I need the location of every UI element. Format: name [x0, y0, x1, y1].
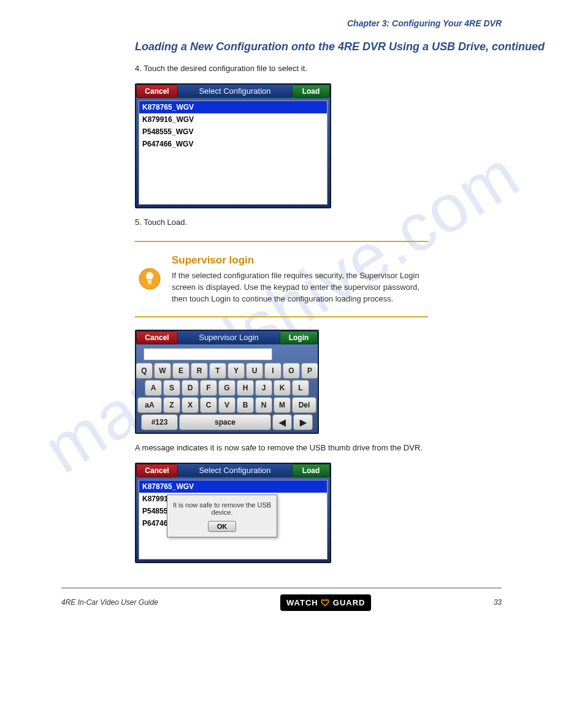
- key-r[interactable]: R: [191, 363, 208, 379]
- key-z[interactable]: Z: [163, 397, 180, 413]
- post-keyboard-text: A message indicates it is now safe to re…: [0, 442, 563, 454]
- key-d[interactable]: D: [182, 380, 199, 396]
- key-x[interactable]: X: [182, 397, 199, 413]
- load-button[interactable]: Load: [292, 85, 330, 98]
- load-button[interactable]: Load: [292, 464, 330, 477]
- key-e[interactable]: E: [172, 363, 190, 379]
- login-button[interactable]: Login: [280, 331, 318, 344]
- select-config-screenshot-2: Cancel Select Configuration Load K878765…: [135, 463, 331, 563]
- page-number: 33: [494, 598, 502, 607]
- step-4-text: 4. Touch the desired configuration file …: [0, 63, 563, 75]
- ok-button[interactable]: OK: [208, 521, 237, 532]
- key-i[interactable]: I: [264, 363, 282, 379]
- key-w[interactable]: W: [154, 363, 171, 379]
- list-item[interactable]: K879916_WGV: [139, 113, 327, 126]
- cancel-button[interactable]: Cancel: [136, 331, 178, 344]
- key-p[interactable]: P: [301, 363, 318, 379]
- footer-divider: [61, 588, 502, 588]
- key-o[interactable]: O: [283, 363, 300, 379]
- key-v[interactable]: V: [218, 397, 236, 413]
- supervisor-login-screenshot: Cancel Supervisor Login Login Q W E R T …: [135, 330, 319, 434]
- key-f[interactable]: F: [200, 380, 217, 396]
- key-a[interactable]: A: [145, 380, 162, 396]
- chapter-header: Chapter 3: Configuring Your 4RE DVR: [0, 18, 563, 28]
- key-m[interactable]: M: [274, 397, 291, 413]
- tip-heading: Supervisor login: [172, 253, 422, 268]
- key-h[interactable]: H: [237, 380, 254, 396]
- cancel-button[interactable]: Cancel: [136, 85, 178, 98]
- safe-remove-dialog: It is now safe to remove the USB device.…: [167, 495, 277, 537]
- key-s[interactable]: S: [163, 380, 180, 396]
- config-list: K878765_WGV K879916_WGV P548555_WGV P647…: [139, 100, 327, 205]
- dialog-message: It is now safe to remove the USB device.: [172, 501, 272, 516]
- logo-text-left: WATCH: [286, 598, 318, 607]
- key-right-arrow[interactable]: ▶: [293, 414, 313, 430]
- key-b[interactable]: B: [237, 397, 254, 413]
- key-c[interactable]: C: [200, 397, 217, 413]
- svg-rect-2: [148, 283, 151, 284]
- key-numsym[interactable]: #123: [141, 414, 178, 430]
- key-q[interactable]: Q: [136, 363, 153, 379]
- list-item[interactable]: P647466_WGV: [139, 138, 327, 150]
- list-item[interactable]: K878765_WGV: [139, 480, 327, 493]
- select-config-title: Select Configuration: [178, 85, 292, 98]
- section-heading: Loading a New Configuration onto the 4RE…: [0, 40, 563, 53]
- select-config-title: Select Configuration: [178, 464, 292, 477]
- supervisor-login-title: Supervisor Login: [178, 331, 280, 344]
- key-space[interactable]: space: [179, 414, 271, 430]
- key-n[interactable]: N: [255, 397, 272, 413]
- tip-body: If the selected configuration file requi…: [172, 271, 419, 303]
- list-item[interactable]: P548555_WGV: [139, 126, 327, 138]
- key-g[interactable]: G: [218, 380, 236, 396]
- key-y[interactable]: Y: [228, 363, 245, 379]
- key-left-arrow[interactable]: ◀: [272, 414, 292, 430]
- key-k[interactable]: K: [274, 380, 291, 396]
- select-config-screenshot-1: Cancel Select Configuration Load K878765…: [135, 83, 331, 208]
- logo-text-right: GUARD: [333, 598, 366, 607]
- step-5-text: 5. Touch Load.: [0, 217, 563, 229]
- shield-icon: 🛡: [321, 597, 331, 608]
- key-l[interactable]: L: [292, 380, 309, 396]
- key-t[interactable]: T: [209, 363, 226, 379]
- lightbulb-icon: [139, 268, 161, 290]
- list-item[interactable]: K878765_WGV: [139, 101, 327, 113]
- key-u[interactable]: U: [246, 363, 263, 379]
- footer-doc-title: 4RE In-Car Video User Guide: [61, 598, 158, 607]
- svg-rect-1: [148, 281, 152, 282]
- key-j[interactable]: J: [255, 380, 272, 396]
- watchguard-logo: WATCH 🛡 GUARD: [280, 594, 371, 611]
- tip-block: Supervisor login If the selected configu…: [135, 241, 428, 317]
- key-shift[interactable]: aA: [137, 397, 162, 413]
- password-input[interactable]: [144, 348, 272, 360]
- key-delete[interactable]: Del: [292, 397, 316, 413]
- cancel-button[interactable]: Cancel: [136, 464, 178, 477]
